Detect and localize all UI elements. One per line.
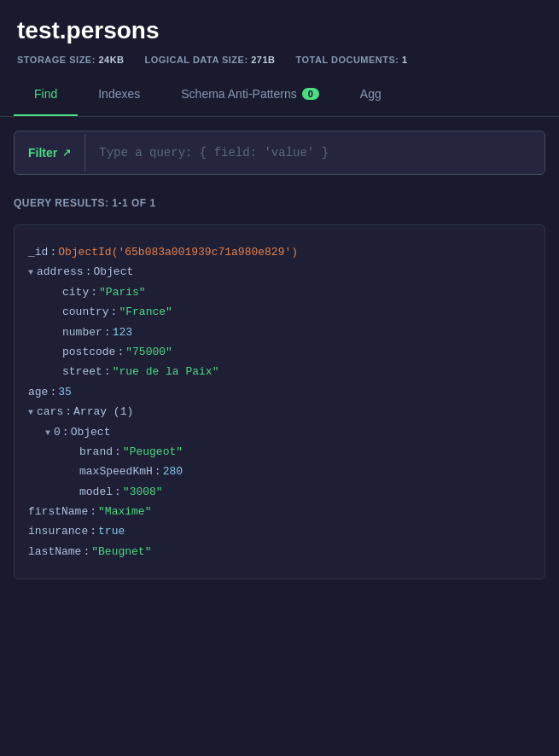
document-container: _id : ObjectId('65b083a001939c71a980e829… <box>14 224 545 579</box>
stats-bar: STORAGE SIZE: 24KB LOGICAL DATA SIZE: 27… <box>17 55 542 65</box>
doc-cars-0-line: ▼ 0 : Object <box>28 422 531 442</box>
doc-brand-line: brand : "Peugeot" <box>28 442 531 462</box>
doc-insurance-line: insurance : true <box>28 521 531 541</box>
documents-stat: TOTAL DOCUMENTS: 1 <box>295 55 407 65</box>
doc-firstname-line: firstName : "Maxime" <box>28 502 531 521</box>
doc-number-line: number : 123 <box>28 323 531 342</box>
doc-cars-line: ▼ cars : Array (1) <box>28 402 531 422</box>
filter-label[interactable]: Filter ↗ <box>15 134 85 172</box>
doc-country-line: country : "France" <box>28 302 531 322</box>
doc-postcode-line: postcode : "75000" <box>28 342 531 362</box>
logical-stat: LOGICAL DATA SIZE: 271B <box>145 55 276 65</box>
doc-street-line: street : "rue de la Paix" <box>28 362 531 381</box>
cars-collapse-arrow[interactable]: ▼ <box>28 405 33 421</box>
header: test.persons STORAGE SIZE: 24KB LOGICAL … <box>0 0 559 73</box>
doc-age-line: age : 35 <box>28 382 531 402</box>
doc-city-line: city : "Paris" <box>28 282 531 302</box>
external-link-icon: ↗ <box>62 147 71 159</box>
doc-address-line: ▼ address : Object <box>28 262 531 282</box>
query-results-label: QUERY RESULTS: 1-1 OF 1 <box>0 189 559 218</box>
collection-title: test.persons <box>17 17 542 44</box>
doc-maxspeed-line: maxSpeedKmH : 280 <box>28 462 531 481</box>
doc-model-line: model : "3008" <box>28 482 531 502</box>
filter-input[interactable]: Type a query: { field: 'value' } <box>85 134 544 172</box>
schema-badge: 0 <box>302 88 319 100</box>
cars-0-collapse-arrow[interactable]: ▼ <box>45 426 50 441</box>
doc-id-line: _id : ObjectId('65b083a001939c71a980e829… <box>28 242 531 262</box>
collapse-arrow[interactable]: ▼ <box>28 265 33 281</box>
tab-agg[interactable]: Agg <box>340 73 402 116</box>
storage-stat: STORAGE SIZE: 24KB <box>17 55 125 65</box>
nav-tabs: Find Indexes Schema Anti-Patterns 0 Agg <box>0 73 559 117</box>
filter-section: Filter ↗ Type a query: { field: 'value' … <box>14 131 545 175</box>
tab-schema[interactable]: Schema Anti-Patterns 0 <box>160 73 340 116</box>
doc-lastname-line: lastName : "Beugnet" <box>28 542 531 561</box>
tab-indexes[interactable]: Indexes <box>78 73 160 116</box>
tab-find[interactable]: Find <box>14 73 78 116</box>
